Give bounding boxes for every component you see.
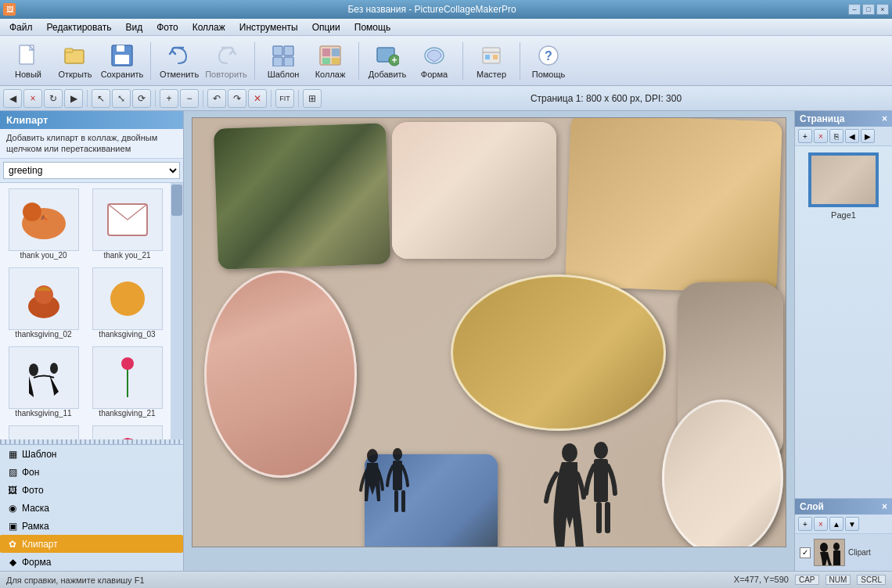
silhouette-couple — [537, 439, 631, 547]
svg-rect-5 — [115, 55, 129, 64]
layer-visibility-check[interactable]: ✓ — [800, 547, 811, 558]
tb2-delete[interactable]: ✕ — [248, 89, 267, 108]
tb2-tool2[interactable]: ⤡ — [112, 89, 131, 108]
template-button[interactable]: Шаблон — [261, 39, 305, 83]
new-button[interactable]: Новый — [6, 39, 50, 83]
list-item[interactable]: thanksgiving_21 — [87, 344, 167, 420]
list-item[interactable]: valentine's day_18 — [87, 423, 167, 439]
photo-blonde[interactable] — [662, 400, 783, 547]
save-button[interactable]: Сохранить — [100, 39, 144, 83]
maximize-button[interactable]: □ — [862, 4, 875, 15]
menu-edit[interactable]: Редактировать — [41, 20, 118, 34]
list-item[interactable]: thanksgiving_02 — [3, 265, 84, 341]
menu-file[interactable]: Файл — [3, 20, 39, 34]
window-controls[interactable]: – □ × — [848, 4, 889, 15]
list-item[interactable]: thank you_21 — [87, 186, 167, 262]
tab-frame[interactable]: ▣ Рамка — [0, 517, 183, 535]
collage-canvas — [192, 117, 786, 547]
tb2-tool1[interactable]: ↖ — [92, 89, 110, 108]
layer-name: Clipart — [848, 548, 871, 557]
tb2-view[interactable]: ⊞ — [303, 89, 322, 108]
svg-rect-52 — [394, 490, 398, 512]
svg-rect-56 — [833, 550, 840, 566]
open-button[interactable]: Открыть — [53, 39, 97, 83]
page-del-btn[interactable]: × — [814, 129, 828, 143]
photo-dog[interactable] — [565, 117, 782, 294]
page-thumb-wrap: Page1 — [795, 146, 892, 498]
tb2-zoom-out[interactable]: − — [180, 89, 199, 108]
shape-tab-icon: ◆ — [6, 556, 19, 568]
tb2-prev-page[interactable]: ◀ — [3, 89, 22, 108]
tab-template[interactable]: ▦ Шаблон — [0, 445, 183, 463]
layers-close-icon[interactable]: × — [882, 501, 887, 512]
menu-help[interactable]: Помощь — [348, 20, 397, 34]
clipart-thumb — [9, 346, 79, 409]
svg-point-44 — [562, 443, 577, 462]
shape-button[interactable]: Форма — [412, 39, 456, 83]
main-content: Клипарт Добавить клипарт в коллаж, двойн… — [0, 111, 892, 571]
page-copy-btn[interactable]: ⎘ — [829, 129, 843, 143]
list-item[interactable]: 🍂 thank you_20 — [3, 186, 84, 262]
list-item[interactable]: thanksgiving_11 — [3, 344, 84, 420]
menu-photo[interactable]: Фото — [150, 20, 185, 34]
svg-point-49 — [367, 449, 378, 463]
clipart-hint: Добавить клипарт в коллаж, двойным щелчк… — [0, 129, 183, 159]
close-button[interactable]: × — [876, 4, 889, 15]
clipart-thumb — [92, 267, 163, 330]
collage-button[interactable]: Коллаж — [308, 39, 352, 83]
tab-mask[interactable]: ◉ Маска — [0, 499, 183, 517]
svg-rect-4 — [117, 45, 124, 52]
tb2-next-page[interactable]: ▶ — [64, 89, 83, 108]
menu-collage[interactable]: Коллаж — [186, 20, 232, 34]
page-next-btn[interactable]: ▶ — [861, 129, 875, 143]
layer-down-btn[interactable]: ▼ — [845, 517, 859, 531]
page-add-btn[interactable]: + — [798, 129, 812, 143]
layer-up-btn[interactable]: ▲ — [829, 517, 843, 531]
clipart-category-select[interactable]: greeting animals holiday — [3, 162, 180, 179]
tab-shape[interactable]: ◆ Форма — [0, 553, 183, 571]
tb2-undo2[interactable]: ↶ — [207, 89, 226, 108]
statusbar: Для справки, нажмите клавишу F1 X=477, Y… — [0, 571, 892, 588]
menu-options[interactable]: Опции — [306, 20, 347, 34]
master-button[interactable]: Мастер — [469, 39, 513, 83]
minimize-button[interactable]: – — [848, 4, 861, 15]
tb2-refresh[interactable]: ↻ — [44, 89, 63, 108]
tb2-redo2[interactable]: ↷ — [228, 89, 246, 108]
status-right: X=477, Y=590 CAP NUM SCRL — [734, 575, 886, 585]
list-item[interactable]: valentine's day_17 — [3, 423, 84, 439]
shape-icon — [422, 43, 447, 68]
layer-item[interactable]: ✓ Clipart — [798, 537, 889, 568]
add-button[interactable]: + Добавить — [365, 39, 409, 83]
tb2-close[interactable]: × — [23, 89, 42, 108]
tab-photo[interactable]: 🖼 Фото — [0, 481, 183, 499]
svg-point-33 — [110, 281, 145, 316]
photo-camel[interactable] — [451, 274, 666, 431]
tb2-fit[interactable]: FIT — [275, 89, 294, 108]
photo-military[interactable] — [214, 123, 390, 270]
tab-background[interactable]: ▨ Фон — [0, 463, 183, 481]
redo-button[interactable]: Повторить — [204, 39, 248, 83]
template-icon — [271, 43, 296, 68]
save-icon — [110, 43, 135, 68]
menu-tools[interactable]: Инструменты — [233, 20, 304, 34]
menu-view[interactable]: Вид — [119, 20, 149, 34]
grid-scrollbar[interactable] — [171, 183, 183, 439]
svg-text:🍂: 🍂 — [40, 213, 48, 221]
photo-woman-portrait[interactable] — [204, 271, 357, 478]
layer-add-btn[interactable]: + — [798, 517, 812, 531]
svg-rect-51 — [393, 461, 402, 490]
pages-close-icon[interactable]: × — [882, 113, 887, 124]
page-prev-btn[interactable]: ◀ — [845, 129, 859, 143]
help-button[interactable]: ? Помощь — [527, 39, 570, 83]
page-thumbnail[interactable] — [808, 152, 879, 207]
status-hint: Для справки, нажмите клавишу F1 — [6, 575, 145, 585]
undo-button[interactable]: Отменить — [157, 39, 201, 83]
tb2-zoom-in[interactable]: + — [160, 89, 178, 108]
canvas-area[interactable] — [184, 111, 794, 571]
tab-clipart[interactable]: ✿ Клипарт — [0, 535, 183, 553]
photo-girl-sitting[interactable] — [392, 122, 556, 259]
layer-del-btn[interactable]: × — [814, 517, 828, 531]
tb2-rotate[interactable]: ⟳ — [132, 89, 151, 108]
svg-point-26 — [23, 203, 41, 221]
list-item[interactable]: thanksgiving_03 — [87, 265, 167, 341]
